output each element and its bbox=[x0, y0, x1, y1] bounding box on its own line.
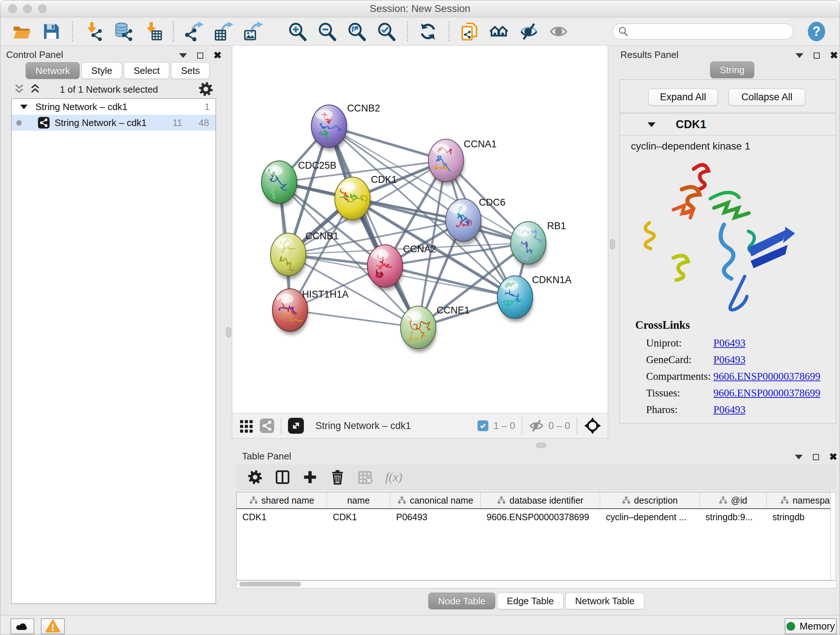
scrollbar-thumb[interactable] bbox=[240, 582, 301, 586]
table-cell[interactable]: CDK1 bbox=[237, 509, 327, 525]
table-cell[interactable]: cyclin–dependent ... bbox=[600, 509, 699, 525]
zoom-out-icon[interactable] bbox=[317, 21, 338, 42]
panel-close-icon[interactable]: ✖ bbox=[829, 452, 837, 462]
network-node-CCNA1[interactable] bbox=[428, 139, 464, 185]
network-node-CDK1[interactable] bbox=[335, 177, 370, 223]
expand-all-chevrons-icon[interactable] bbox=[13, 83, 26, 95]
pan-crosshair-icon[interactable] bbox=[584, 417, 601, 434]
network-node-CDKN1A[interactable] bbox=[497, 276, 533, 322]
table-cell[interactable]: P06493 bbox=[390, 509, 481, 525]
open-folder-icon[interactable] bbox=[11, 21, 32, 42]
table-cell[interactable]: CDK1 bbox=[327, 509, 390, 525]
panel-menu-icon[interactable] bbox=[796, 53, 804, 58]
section-expander-icon[interactable] bbox=[647, 122, 655, 127]
column-header-canonical-name[interactable]: canonical name bbox=[390, 492, 481, 508]
crosslink-link[interactable]: P06493 bbox=[714, 337, 745, 349]
column-header-description[interactable]: description bbox=[600, 492, 699, 508]
panel-close-icon[interactable]: ✖ bbox=[830, 51, 838, 60]
column-header-shared-name[interactable]: shared name bbox=[237, 492, 327, 508]
gene-section-header[interactable]: CDK1 bbox=[620, 114, 836, 135]
results-tab-string[interactable]: String bbox=[710, 62, 754, 78]
grid-view-icon[interactable] bbox=[239, 418, 254, 433]
tab-network-table[interactable]: Network Table bbox=[565, 593, 644, 609]
add-column-icon[interactable] bbox=[300, 467, 320, 487]
selected-nodes-checkbox[interactable] bbox=[477, 420, 488, 431]
table-cell[interactable]: 9606.ENSP00000378699 bbox=[481, 509, 600, 525]
horizontal-splitter-handle[interactable] bbox=[536, 443, 546, 448]
export-image-icon[interactable] bbox=[243, 21, 264, 42]
hide-selected-eye-icon[interactable] bbox=[518, 21, 539, 42]
network-node-CCNB2[interactable] bbox=[311, 105, 347, 151]
collapse-all-chevrons-icon[interactable] bbox=[28, 83, 42, 95]
zoom-in-icon[interactable] bbox=[287, 21, 308, 42]
home-icon[interactable] bbox=[489, 21, 510, 42]
tab-node-table[interactable]: Node Table bbox=[428, 593, 495, 609]
export-network-icon[interactable] bbox=[183, 21, 204, 42]
crosslink-link[interactable]: 9606.ENSP00000378699 bbox=[714, 387, 821, 399]
import-network-database-icon[interactable] bbox=[112, 21, 133, 42]
column-header-name[interactable]: name bbox=[327, 492, 390, 508]
network-row-selected[interactable]: String Network – cdk1 11 48 bbox=[11, 115, 216, 131]
tab-select[interactable]: Select bbox=[124, 62, 169, 79]
table-row[interactable]: CDK1CDK1P064939606.ENSP00000378699cyclin… bbox=[237, 509, 831, 525]
cloud-status-button[interactable] bbox=[11, 618, 34, 634]
hidden-elements-eye-icon[interactable] bbox=[529, 418, 544, 433]
clone-network-icon[interactable] bbox=[459, 21, 480, 42]
network-canvas[interactable]: CCNB2CCNA1CDC25BCDK1CDC6RB1CCNB1CCNA2CDK… bbox=[232, 46, 608, 413]
right-splitter-handle[interactable] bbox=[610, 239, 615, 249]
tab-edge-table[interactable]: Edge Table bbox=[497, 593, 564, 609]
save-icon[interactable] bbox=[41, 21, 62, 42]
network-collection-row[interactable]: String Network – cdk1 1 bbox=[11, 99, 216, 115]
table-horizontal-scrollbar[interactable] bbox=[236, 580, 837, 588]
help-button[interactable]: ? bbox=[808, 22, 825, 41]
column-header-namespace[interactable]: namespace bbox=[767, 492, 831, 508]
panel-close-icon[interactable]: ✖ bbox=[213, 51, 222, 60]
network-node-CCNE1[interactable] bbox=[401, 306, 436, 352]
show-all-eye-icon[interactable] bbox=[548, 21, 569, 42]
search-input[interactable] bbox=[629, 25, 782, 37]
network-graph[interactable]: CCNB2CCNA1CDC25BCDK1CDC6RB1CCNB1CCNA2CDK… bbox=[232, 46, 608, 412]
network-node-CCNB1[interactable] bbox=[271, 233, 306, 279]
table-cell[interactable]: stringdb:9... bbox=[699, 509, 767, 525]
table-cell[interactable]: stringdb bbox=[767, 509, 831, 525]
panel-float-icon[interactable] bbox=[813, 454, 819, 460]
crosslink-link[interactable]: P06493 bbox=[714, 354, 745, 366]
table-vertical-scrollbar[interactable] bbox=[830, 492, 836, 580]
delete-column-trash-icon[interactable] bbox=[327, 467, 347, 487]
panel-float-icon[interactable] bbox=[197, 52, 203, 59]
panel-float-icon[interactable] bbox=[813, 52, 820, 59]
network-options-gear-icon[interactable] bbox=[198, 81, 214, 97]
tree-expander-icon[interactable] bbox=[20, 105, 27, 109]
network-node-RB1[interactable] bbox=[511, 222, 546, 268]
tab-network[interactable]: Network bbox=[26, 62, 80, 79]
memory-button[interactable]: Memory bbox=[785, 618, 837, 634]
zoom-fit-icon[interactable] bbox=[346, 21, 367, 42]
refresh-icon[interactable] bbox=[417, 21, 439, 42]
select-columns-icon[interactable] bbox=[272, 467, 293, 487]
zoom-selected-icon[interactable] bbox=[376, 21, 397, 42]
tab-style[interactable]: Style bbox=[81, 62, 122, 79]
table-settings-gear-icon[interactable] bbox=[245, 467, 265, 487]
column-header--id[interactable]: @id bbox=[699, 492, 767, 508]
import-table-icon[interactable] bbox=[142, 21, 163, 42]
search-field[interactable] bbox=[613, 24, 793, 40]
left-splitter-handle[interactable] bbox=[226, 327, 231, 337]
expand-all-button[interactable]: Expand All bbox=[648, 89, 718, 106]
column-header-database-identifier[interactable]: database identifier bbox=[481, 492, 600, 508]
warnings-button[interactable] bbox=[41, 618, 65, 634]
network-edge-HIST1H1A-CCNE1[interactable] bbox=[290, 310, 418, 328]
network-node-CDC25B[interactable] bbox=[262, 161, 297, 207]
panel-menu-icon[interactable] bbox=[795, 455, 803, 459]
node-table[interactable]: shared namenamecanonical namedatabase id… bbox=[236, 492, 831, 580]
export-table-icon[interactable] bbox=[213, 21, 234, 42]
panel-menu-icon[interactable] bbox=[179, 53, 187, 58]
collapse-all-button[interactable]: Collapse All bbox=[729, 89, 805, 106]
network-share-view-icon[interactable] bbox=[260, 418, 274, 433]
crosslink-link[interactable]: 9606.ENSP00000378699 bbox=[714, 371, 821, 382]
network-node-CCNA2[interactable] bbox=[367, 245, 403, 291]
import-network-icon[interactable] bbox=[82, 21, 103, 42]
open-in-new-window-icon[interactable] bbox=[288, 418, 304, 434]
tab-sets[interactable]: Sets bbox=[171, 62, 210, 79]
network-edge-CCNA2-CDKN1A[interactable] bbox=[385, 266, 515, 297]
crosslink-link[interactable]: P06493 bbox=[714, 404, 745, 416]
